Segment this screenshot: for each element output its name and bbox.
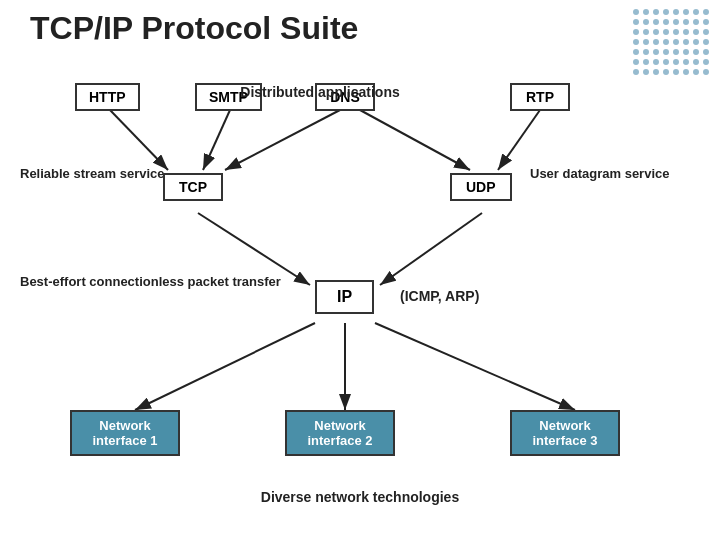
svg-line-6 [225, 110, 340, 170]
network-interface-1: Network interface 1 [70, 410, 180, 456]
page-title: TCP/IP Protocol Suite [20, 10, 700, 47]
svg-line-13 [375, 323, 575, 410]
udp-box: UDP [450, 173, 512, 201]
svg-line-4 [110, 110, 168, 170]
svg-line-11 [135, 323, 315, 410]
user-datagram-label: User datagram service [530, 165, 669, 183]
bottom-label: Diverse network technologies [20, 485, 700, 505]
ip-box: IP [315, 280, 374, 314]
reliable-stream-label: Reliable stream service [20, 165, 165, 183]
icmp-label: (ICMP, ARP) [400, 288, 479, 304]
svg-line-8 [498, 110, 540, 170]
svg-line-5 [203, 110, 230, 170]
svg-line-7 [360, 110, 470, 170]
network-interface-2: Network interface 2 [285, 410, 395, 456]
http-box: HTTP [75, 83, 140, 111]
svg-line-10 [380, 213, 482, 285]
best-effort-label: Best-effort connectionless packet transf… [20, 273, 281, 291]
diagram: HTTP SMTP DNS RTP Distributed applicatio… [20, 55, 700, 505]
page: TCP/IP Protocol Suite [0, 0, 720, 540]
distributed-apps-label: Distributed applications [220, 83, 420, 101]
rtp-box: RTP [510, 83, 570, 111]
network-interface-3: Network interface 3 [510, 410, 620, 456]
tcp-box: TCP [163, 173, 223, 201]
